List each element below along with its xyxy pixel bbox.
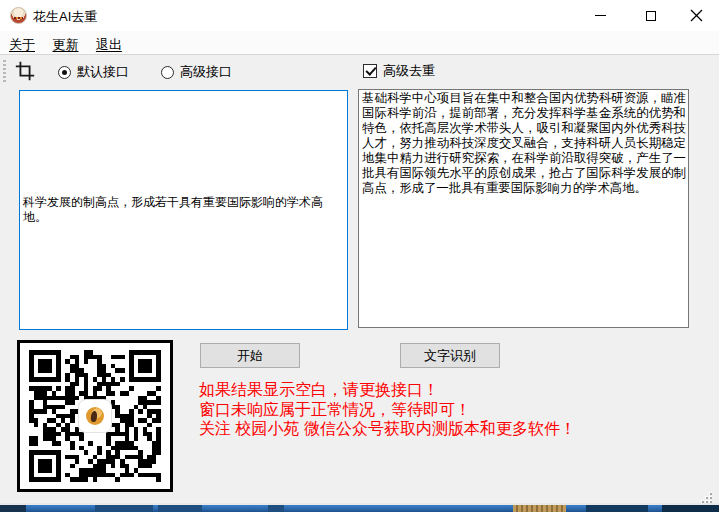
result-text-output[interactable]: 基础科学中心项目旨在集中和整合国内优势科研资源，瞄准国际科学前沿，提前部署，充分…	[358, 89, 689, 328]
ocr-button[interactable]: 文字识别	[400, 343, 500, 368]
menu-item-exit[interactable]: 退出	[96, 36, 122, 54]
start-button[interactable]: 开始	[200, 343, 300, 368]
qr-code	[17, 340, 173, 492]
toolbar-gripper[interactable]	[3, 60, 6, 82]
radio-advanced-api[interactable]: 高级接口	[161, 63, 232, 81]
checkbox-icon	[363, 64, 377, 78]
radio-default-label: 默认接口	[77, 63, 129, 81]
menu-item-about[interactable]: 关于	[9, 36, 35, 54]
result-text: 基础科学中心项目旨在集中和整合国内优势科研资源，瞄准国际科学前沿，提前部署，充分…	[359, 90, 688, 196]
maximize-button[interactable]	[628, 0, 673, 31]
close-icon	[690, 9, 703, 22]
notice-line-1: 如果结果显示空白，请更换接口！	[199, 380, 576, 400]
source-text: 科学发展的制高点，形成若干具有重要国际影响的学术高地。	[20, 195, 347, 225]
menu-item-update[interactable]: 更新	[52, 36, 78, 54]
qr-center-logo	[79, 400, 111, 432]
radio-default-api[interactable]: 默认接口	[58, 63, 129, 81]
menu-bar: 关于 更新 退出	[0, 31, 719, 55]
source-text-input[interactable]: 科学发展的制高点，形成若干具有重要国际影响的学术高地。	[19, 90, 348, 330]
radio-circle-icon	[58, 66, 71, 79]
radio-circle-icon	[161, 66, 174, 79]
crop-icon	[14, 60, 36, 82]
radio-advanced-label: 高级接口	[180, 63, 232, 81]
maximize-icon	[646, 11, 656, 21]
minimize-icon	[595, 15, 606, 16]
app-icon	[10, 7, 27, 24]
notice-line-2: 窗口未响应属于正常情况，等待即可！	[199, 400, 576, 420]
checkbox-label: 高级去重	[383, 62, 435, 80]
screenshot-crop-button[interactable]	[12, 58, 38, 84]
minimize-button[interactable]	[578, 0, 623, 31]
notice-line-3: 关注 校园小苑 微信公众号获取内测版本和更多软件！	[199, 419, 576, 439]
taskbar-sliver[interactable]	[0, 505, 719, 512]
notice-block: 如果结果显示空白，请更换接口！ 窗口未响应属于正常情况，等待即可！ 关注 校园小…	[199, 380, 576, 439]
title-bar: 花生AI去重	[0, 0, 719, 31]
window-title: 花生AI去重	[33, 8, 97, 26]
peanut-logo-icon	[86, 407, 104, 425]
toolbar: 默认接口 高级接口 高级去重	[0, 56, 719, 86]
close-button[interactable]	[674, 0, 719, 31]
checkbox-advanced-dedupe[interactable]: 高级去重	[363, 62, 435, 80]
